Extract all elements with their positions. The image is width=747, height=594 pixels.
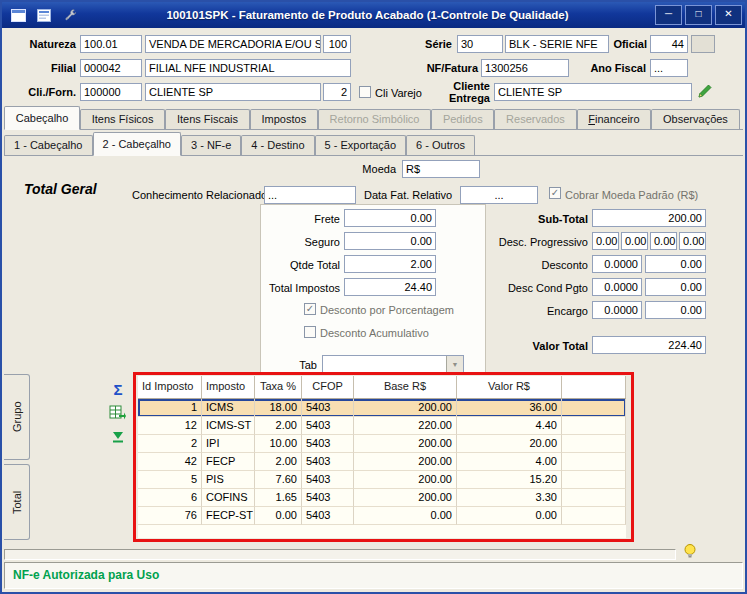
encargo-label: Encargo bbox=[500, 305, 588, 317]
bottom-splitter[interactable] bbox=[4, 549, 676, 560]
table-row[interactable]: 12ICMS-ST2.005403220.004.40 bbox=[138, 417, 626, 435]
tab-financeiro[interactable]: Financeiro bbox=[577, 109, 652, 129]
table-row[interactable]: 1ICMS18.005403200.0036.00 bbox=[138, 399, 626, 417]
export-grid-button[interactable] bbox=[106, 402, 130, 424]
column-header[interactable]: Id Imposto bbox=[138, 376, 202, 398]
cli-forn-desc-field[interactable]: CLIENTE SP bbox=[145, 83, 321, 101]
valor-total-field[interactable]: 224.40 bbox=[592, 336, 706, 354]
cli-forn-code-field[interactable]: 100000 bbox=[80, 83, 142, 101]
cliente-entrega-field[interactable]: CLIENTE SP bbox=[494, 83, 692, 101]
tab-3-nf-e[interactable]: 3 - NF-e bbox=[181, 135, 241, 155]
minimize-button[interactable]: ─ bbox=[655, 5, 682, 25]
table-cell: FECP bbox=[202, 453, 255, 471]
sum-button[interactable]: Σ bbox=[106, 378, 130, 400]
column-header[interactable]: Base R$ bbox=[354, 376, 457, 398]
tab-2-cabecalho[interactable]: 2 - Cabeçalho bbox=[93, 132, 182, 156]
filial-code-field[interactable]: 000042 bbox=[80, 59, 142, 77]
tab-impostos[interactable]: Impostos bbox=[250, 109, 318, 129]
tab-cabecalho[interactable]: Cabeçalho bbox=[4, 106, 80, 130]
desc-progressivo-field-4[interactable]: 0.00 bbox=[679, 232, 706, 250]
side-tab-grupo[interactable]: Grupo bbox=[4, 374, 30, 460]
oficial-lookup-button[interactable] bbox=[691, 35, 715, 53]
side-tab-total[interactable]: Total bbox=[4, 464, 30, 540]
natureza-code-field[interactable]: 100.01 bbox=[80, 35, 142, 53]
moeda-field[interactable]: R$ bbox=[402, 160, 480, 178]
serie-desc-field[interactable]: BLK - SERIE NFE bbox=[505, 35, 609, 53]
sub-total-field[interactable]: 200.00 bbox=[592, 209, 706, 227]
table-cell: 12 bbox=[138, 417, 202, 435]
go-last-button[interactable] bbox=[106, 426, 130, 448]
serie-code-field[interactable]: 30 bbox=[457, 35, 503, 53]
column-header[interactable]: CFOP bbox=[302, 376, 354, 398]
desc-cond-pgto-pct-field[interactable]: 0.0000 bbox=[592, 278, 642, 296]
table-cell: 76 bbox=[138, 507, 202, 525]
table-row[interactable]: 6COFINS1.655403200.003.30 bbox=[138, 489, 626, 507]
data-fat-field[interactable]: ... bbox=[460, 186, 538, 204]
natureza-desc-field[interactable]: VENDA DE MERCADORIA E/OU SERVI bbox=[145, 35, 321, 53]
sub-tabbar: 1 - Cabeçalho2 - Cabeçalho3 - NF-e4 - De… bbox=[4, 131, 743, 156]
table-row[interactable]: 76FECP-ST0.0054030.000.00 bbox=[138, 507, 626, 525]
app-window: 100101SPK - Faturamento de Produto Acaba… bbox=[0, 0, 747, 594]
table-cell: FECP-ST bbox=[202, 507, 255, 525]
encargo-pct-field[interactable]: 0.0000 bbox=[592, 301, 642, 319]
table-cell: 200.00 bbox=[354, 399, 457, 417]
tab-itens-fisicos[interactable]: Itens Físicos bbox=[80, 109, 165, 129]
desc-progressivo-field-2[interactable]: 0.00 bbox=[621, 232, 648, 250]
table-cell: 220.00 bbox=[354, 417, 457, 435]
frete-label: Frete bbox=[272, 213, 340, 225]
oficial-field[interactable]: 44 bbox=[650, 35, 688, 53]
sigma-icon: Σ bbox=[113, 381, 122, 398]
seguro-field[interactable]: 0.00 bbox=[344, 232, 436, 250]
nf-fatura-field[interactable]: 1300256 bbox=[481, 59, 569, 77]
desc-cond-pgto-label: Desc Cond Pgto bbox=[488, 282, 588, 294]
table-cell: 5403 bbox=[302, 417, 354, 435]
cli-forn-loja-field[interactable]: 2 bbox=[323, 83, 351, 101]
filial-label: Filial bbox=[10, 62, 76, 74]
desc-progressivo-field-3[interactable]: 0.00 bbox=[650, 232, 677, 250]
total-impostos-field[interactable]: 24.40 bbox=[344, 278, 436, 296]
column-header[interactable]: Valor R$ bbox=[457, 376, 562, 398]
desc-cond-pgto-value-field[interactable]: 0.00 bbox=[645, 278, 706, 296]
tab-6-outros[interactable]: 6 - Outros bbox=[406, 135, 475, 155]
desc-progressivo-field-1[interactable]: 0.00 bbox=[592, 232, 619, 250]
desconto-value-field[interactable]: 0.00 bbox=[645, 255, 706, 273]
table-cell: 6 bbox=[138, 489, 202, 507]
table-cell: IPI bbox=[202, 435, 255, 453]
table-row[interactable]: 2IPI10.005403200.0020.00 bbox=[138, 435, 626, 453]
frete-field[interactable]: 0.00 bbox=[344, 209, 436, 227]
table-cell: 5403 bbox=[302, 471, 354, 489]
tab-observacoes[interactable]: Observações bbox=[651, 109, 739, 129]
table-cell: 2.00 bbox=[255, 453, 302, 471]
wrench-icon[interactable] bbox=[61, 6, 79, 24]
cli-varejo-checkbox[interactable] bbox=[359, 86, 371, 98]
table-header-row: Id ImpostoImpostoTaxa %CFOPBase R$Valor … bbox=[138, 376, 626, 399]
table-row[interactable]: 42FECP2.005403200.004.00 bbox=[138, 453, 626, 471]
tab-itens-fiscais[interactable]: Itens Fiscais bbox=[165, 109, 250, 129]
close-button[interactable]: ✕ bbox=[715, 5, 742, 25]
column-header[interactable]: Taxa % bbox=[255, 376, 302, 398]
form-icon[interactable] bbox=[9, 6, 27, 24]
edit-cliente-entrega-icon[interactable] bbox=[696, 82, 714, 104]
table-cell: 1.65 bbox=[255, 489, 302, 507]
maximize-button[interactable]: □ bbox=[685, 5, 712, 25]
hint-bulb-icon[interactable] bbox=[682, 543, 698, 564]
table-cell bbox=[562, 417, 626, 435]
reports-icon[interactable] bbox=[35, 6, 53, 24]
table-cell: 15.20 bbox=[457, 471, 562, 489]
table-cell: 42 bbox=[138, 453, 202, 471]
filial-desc-field[interactable]: FILIAL NFE INDUSTRIAL bbox=[145, 59, 351, 77]
desconto-pct-field[interactable]: 0.0000 bbox=[592, 255, 642, 273]
tab-1-cabecalho[interactable]: 1 - Cabeçalho bbox=[4, 135, 93, 155]
encargo-value-field[interactable]: 0.00 bbox=[645, 301, 706, 319]
conhecimento-field[interactable]: ... bbox=[264, 186, 356, 204]
wrench-icon-glyph bbox=[63, 8, 78, 23]
column-header[interactable] bbox=[562, 376, 626, 398]
tab-4-destino[interactable]: 4 - Destino bbox=[241, 135, 314, 155]
table-row[interactable]: 5PIS7.605403200.0015.20 bbox=[138, 471, 626, 489]
column-header[interactable]: Imposto bbox=[202, 376, 255, 398]
titlebar: 100101SPK - Faturamento de Produto Acaba… bbox=[2, 2, 745, 28]
ano-fiscal-field[interactable]: ... bbox=[650, 59, 688, 77]
natureza-qty-field[interactable]: 100 bbox=[323, 35, 351, 53]
tab-5-exportacao[interactable]: 5 - Exportação bbox=[315, 135, 407, 155]
qtde-total-field[interactable]: 2.00 bbox=[344, 255, 436, 273]
